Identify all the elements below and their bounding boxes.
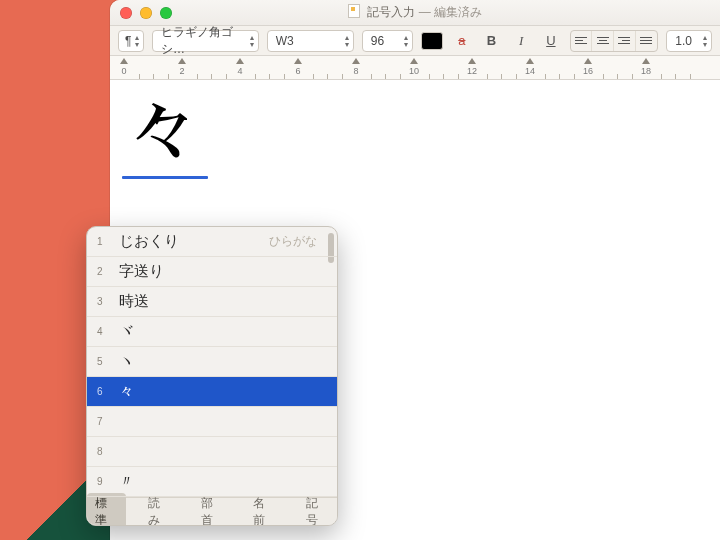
close-icon[interactable] — [120, 7, 132, 19]
ime-candidate[interactable]: 9〃 — [87, 467, 337, 497]
ime-underline — [122, 176, 208, 179]
ime-candidate-number: 4 — [97, 326, 111, 337]
ime-candidate-number: 2 — [97, 266, 111, 277]
ime-candidate-text: じおくり — [119, 232, 179, 251]
ruler-number: 14 — [525, 66, 535, 76]
ime-candidate[interactable]: 2字送り — [87, 257, 337, 287]
font-family-select[interactable]: ヒラギノ角ゴシ… ▴▾ — [152, 30, 259, 52]
align-justify-button[interactable] — [636, 31, 658, 51]
ime-candidate-text: ゝ — [119, 442, 134, 461]
ruler-tab-stop[interactable] — [178, 58, 186, 64]
ime-candidate-text: 々 — [119, 382, 134, 401]
ruler-tab-stop[interactable] — [294, 58, 302, 64]
ruler-number: 16 — [583, 66, 593, 76]
paragraph-icon: ¶ — [125, 34, 131, 48]
ime-candidate-number: 1 — [97, 236, 111, 247]
ime-footer-tab[interactable]: 標準 — [87, 493, 126, 527]
font-family-label: ヒラギノ角ゴシ… — [161, 24, 240, 58]
underline-button[interactable]: U — [540, 31, 562, 51]
ime-footer-tab[interactable]: 記号 — [298, 493, 337, 527]
text-color-swatch[interactable] — [421, 32, 443, 50]
ime-candidate-text: ゞ — [119, 412, 134, 431]
ruler-tab-stop[interactable] — [526, 58, 534, 64]
ime-candidate-number: 6 — [97, 386, 111, 397]
paragraph-style-select[interactable]: ¶ ▴▾ — [118, 30, 144, 52]
ruler-tab-stop[interactable] — [352, 58, 360, 64]
italic-button[interactable]: I — [510, 31, 532, 51]
ime-candidate-number: 7 — [97, 416, 111, 427]
ime-candidate-panel: 1じおくりひらがな2字送り3時送4ヾ5ヽ6々7ゞ8ゝ9〃 標準読み部首名前記号 — [86, 226, 338, 526]
composing-text: 々 — [118, 84, 206, 172]
font-weight-select[interactable]: W3 ▴▾ — [267, 30, 354, 52]
ime-footer-tab[interactable]: 部首 — [193, 493, 232, 527]
ime-candidate-number: 9 — [97, 476, 111, 487]
ime-candidate-list: 1じおくりひらがな2字送り3時送4ヾ5ヽ6々7ゞ8ゝ9〃 — [87, 227, 337, 497]
line-spacing-select[interactable]: 1.0 ▴▾ — [666, 30, 712, 52]
font-weight-label: W3 — [276, 34, 294, 48]
ruler-tab-stop[interactable] — [584, 58, 592, 64]
ruler[interactable]: 024681012141618 — [110, 56, 720, 80]
ime-candidate-text: 時送 — [119, 292, 149, 311]
ruler-number: 18 — [641, 66, 651, 76]
ime-candidate[interactable]: 6々 — [87, 377, 337, 407]
ime-candidate-number: 5 — [97, 356, 111, 367]
ime-candidate[interactable]: 3時送 — [87, 287, 337, 317]
window-titlebar[interactable]: 記号入力 — 編集済み — [110, 0, 720, 26]
ruler-tab-stop[interactable] — [410, 58, 418, 64]
ime-candidate[interactable]: 8ゝ — [87, 437, 337, 467]
align-center-button[interactable] — [592, 31, 614, 51]
window-controls — [120, 7, 172, 19]
window-title: 記号入力 — 編集済み — [110, 4, 720, 21]
align-left-button[interactable] — [571, 31, 593, 51]
bold-button[interactable]: B — [481, 31, 503, 51]
ruler-tab-stop[interactable] — [236, 58, 244, 64]
ime-footer-tab[interactable]: 名前 — [245, 493, 284, 527]
ruler-tab-stop[interactable] — [120, 58, 128, 64]
ime-candidate-text: ヽ — [119, 352, 134, 371]
ime-candidate-text: 字送り — [119, 262, 164, 281]
ime-candidate-text: 〃 — [119, 472, 134, 491]
ruler-number: 0 — [121, 66, 126, 76]
ruler-tab-stop[interactable] — [468, 58, 476, 64]
zoom-icon[interactable] — [160, 7, 172, 19]
ime-candidate-text: ヾ — [119, 322, 134, 341]
ruler-number: 4 — [237, 66, 242, 76]
ime-candidate-number: 3 — [97, 296, 111, 307]
window-title-status: 編集済み — [434, 5, 482, 19]
line-spacing-label: 1.0 — [675, 34, 692, 48]
font-size-label: 96 — [371, 34, 384, 48]
ruler-number: 8 — [353, 66, 358, 76]
ruler-tab-stop[interactable] — [642, 58, 650, 64]
align-right-button[interactable] — [614, 31, 636, 51]
window-title-name: 記号入力 — [367, 5, 415, 19]
ruler-number: 6 — [295, 66, 300, 76]
ruler-number: 12 — [467, 66, 477, 76]
strikethrough-button[interactable]: a — [451, 31, 473, 51]
font-size-select[interactable]: 96 ▴▾ — [362, 30, 414, 52]
ime-candidate[interactable]: 1じおくりひらがな — [87, 227, 337, 257]
ime-footer-tab[interactable]: 読み — [140, 493, 179, 527]
format-toolbar: ¶ ▴▾ ヒラギノ角ゴシ… ▴▾ W3 ▴▾ 96 ▴▾ a B I U 1.0… — [110, 26, 720, 56]
ime-category-hint: ひらがな — [269, 233, 317, 250]
text-align-group — [570, 30, 659, 52]
ime-footer-tabs: 標準読み部首名前記号 — [87, 497, 337, 525]
document-icon — [348, 4, 360, 18]
ime-candidate[interactable]: 5ヽ — [87, 347, 337, 377]
minimize-icon[interactable] — [140, 7, 152, 19]
ruler-number: 10 — [409, 66, 419, 76]
ruler-number: 2 — [179, 66, 184, 76]
ime-candidate[interactable]: 7ゞ — [87, 407, 337, 437]
ime-candidate-number: 8 — [97, 446, 111, 457]
ime-candidate[interactable]: 4ヾ — [87, 317, 337, 347]
